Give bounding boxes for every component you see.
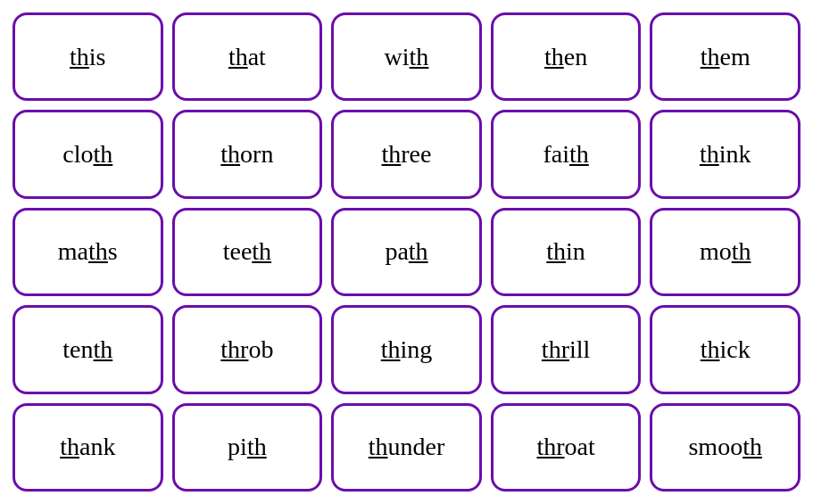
word-card-throb: throb bbox=[172, 305, 323, 393]
word-card-teeth: teeth bbox=[172, 208, 323, 296]
word-card-that: that bbox=[172, 12, 323, 101]
word-text-pith: pith bbox=[228, 433, 267, 461]
word-card-tenth: tenth bbox=[12, 305, 163, 393]
word-text-thank: thank bbox=[60, 433, 115, 461]
word-text-them: them bbox=[701, 43, 751, 71]
word-text-three: three bbox=[382, 140, 432, 169]
word-card-pith: pith bbox=[172, 403, 323, 492]
word-card-thrill: thrill bbox=[491, 305, 642, 393]
word-text-faith: faith bbox=[543, 140, 588, 169]
word-card-thunder: thunder bbox=[331, 403, 482, 492]
word-text-maths: maths bbox=[58, 237, 118, 266]
word-card-think: think bbox=[650, 110, 801, 198]
word-card-faith: faith bbox=[491, 110, 642, 198]
word-text-thick: thick bbox=[701, 335, 751, 364]
word-text-throb: throb bbox=[220, 335, 273, 364]
word-card-thin: thin bbox=[491, 208, 642, 296]
word-text-smooth: smooth bbox=[688, 433, 761, 461]
word-text-teeth: teeth bbox=[223, 237, 271, 266]
word-text-this: this bbox=[70, 43, 105, 71]
word-text-thin: thin bbox=[546, 237, 585, 266]
word-card-moth: moth bbox=[650, 208, 801, 296]
word-card-three: three bbox=[331, 110, 482, 198]
word-text-thunder: thunder bbox=[369, 433, 445, 461]
word-card-then: then bbox=[491, 12, 642, 101]
word-card-thick: thick bbox=[650, 305, 801, 393]
word-card-throat: throat bbox=[491, 403, 642, 492]
word-card-this: this bbox=[12, 12, 163, 101]
word-text-thing: thing bbox=[381, 335, 433, 364]
word-text-tenth: tenth bbox=[62, 335, 112, 364]
word-card-maths: maths bbox=[12, 208, 163, 296]
word-card-path: path bbox=[331, 208, 482, 296]
word-card-cloth: cloth bbox=[12, 110, 163, 198]
word-grid: thisthatwiththenthemcloththornthreefaith… bbox=[0, 0, 813, 504]
word-text-throat: throat bbox=[536, 433, 594, 461]
word-card-smooth: smooth bbox=[650, 403, 801, 492]
word-card-with: with bbox=[331, 12, 482, 101]
word-card-them: them bbox=[650, 12, 801, 101]
word-text-moth: moth bbox=[700, 237, 751, 266]
word-text-thorn: thorn bbox=[220, 140, 273, 169]
word-text-with: with bbox=[385, 43, 429, 71]
word-text-cloth: cloth bbox=[62, 140, 112, 169]
word-text-think: think bbox=[700, 140, 751, 169]
word-card-thorn: thorn bbox=[172, 110, 323, 198]
word-text-thrill: thrill bbox=[542, 335, 590, 364]
word-text-then: then bbox=[544, 43, 587, 71]
word-card-thank: thank bbox=[12, 403, 163, 492]
word-text-path: path bbox=[385, 237, 427, 266]
word-text-that: that bbox=[228, 43, 266, 71]
word-card-thing: thing bbox=[331, 305, 482, 393]
